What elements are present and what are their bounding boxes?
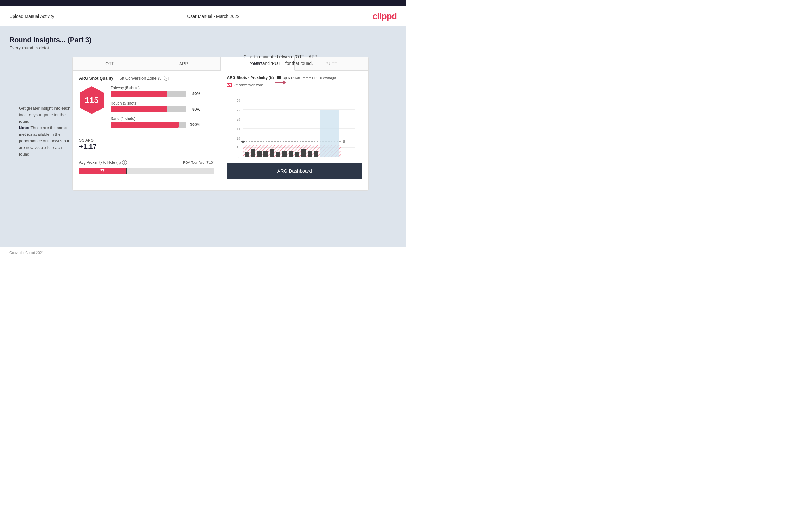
tab-app[interactable]: APP bbox=[147, 57, 221, 70]
sg-value: +1.17 bbox=[79, 143, 214, 151]
panel-subtitle: 6ft Conversion Zone % bbox=[120, 76, 161, 80]
shot-row-rough: Rough (5 shots) 80% bbox=[111, 101, 214, 113]
svg-rect-30 bbox=[289, 152, 293, 157]
panel-title: ARG Shot Quality bbox=[79, 76, 113, 80]
bar-fill-fairway bbox=[111, 91, 167, 97]
proximity-bar-outer: 77' bbox=[79, 168, 214, 174]
proximity-pga: ↑ PGA Tour Avg: 7'10" bbox=[180, 161, 214, 164]
clippd-logo: clippd bbox=[373, 11, 397, 21]
bar-fill-rough bbox=[111, 106, 167, 112]
shot-label-sand: Sand (1 shots) bbox=[111, 116, 214, 121]
proximity-bar-text: 77' bbox=[100, 169, 105, 173]
copyright-text: Copyright Clippd 2021 bbox=[9, 251, 44, 255]
shot-label-fairway: Fairway (5 shots) bbox=[111, 86, 214, 90]
bar-rough bbox=[111, 106, 186, 112]
svg-text:25: 25 bbox=[237, 108, 241, 112]
user-manual-label: User Manual - March 2022 bbox=[187, 14, 240, 19]
description-text-1: Get greater insight into each facet of y… bbox=[19, 106, 70, 124]
header: Upload Manual Activity User Manual - Mar… bbox=[0, 6, 406, 26]
svg-rect-26 bbox=[263, 152, 268, 157]
description-note: Note: bbox=[19, 125, 29, 130]
svg-rect-35 bbox=[320, 110, 339, 157]
bar-label-fairway: 80% bbox=[192, 91, 200, 97]
hex-value: 115 bbox=[85, 96, 98, 105]
description-area: Get greater insight into each facet of y… bbox=[19, 105, 72, 158]
proximity-help-icon[interactable]: ? bbox=[122, 160, 127, 165]
sg-section: SG ARG +1.17 bbox=[79, 138, 214, 151]
upload-manual-label: Upload Manual Activity bbox=[9, 14, 54, 19]
svg-rect-29 bbox=[282, 151, 287, 157]
svg-text:15: 15 bbox=[237, 127, 241, 131]
arrow-icon bbox=[272, 67, 291, 89]
svg-marker-2 bbox=[283, 80, 286, 85]
proximity-title-text: Avg Proximity to Hole (ft) bbox=[79, 160, 121, 165]
footer: Copyright Clippd 2021 bbox=[0, 247, 406, 258]
shot-categories: Fairway (5 shots) 80% bbox=[111, 86, 214, 132]
shot-row-fairway: Fairway (5 shots) 80% bbox=[111, 86, 214, 98]
tabs-container: OTT APP ARG PUTT bbox=[73, 57, 368, 70]
annotation-text: Click to navigate between 'OTT', 'APP','… bbox=[243, 54, 319, 67]
proximity-bar-fill: 77' bbox=[79, 168, 126, 174]
svg-rect-24 bbox=[251, 149, 255, 157]
svg-rect-23 bbox=[245, 153, 249, 157]
hex-container: 115 Fairway (5 shots) bbox=[79, 86, 214, 132]
svg-text:5: 5 bbox=[237, 146, 239, 150]
svg-text:10: 10 bbox=[237, 137, 241, 140]
chart-area: 0 5 10 15 20 25 30 bbox=[237, 91, 362, 160]
legend-hatched-box bbox=[227, 83, 232, 87]
svg-marker-19 bbox=[241, 140, 245, 143]
section-title: Round Insights... (Part 3) bbox=[9, 36, 397, 44]
section-subtitle: Every round in detail bbox=[9, 45, 397, 50]
hex-badge: 115 bbox=[79, 86, 104, 115]
shot-row-sand: Sand (1 shots) 100% bbox=[111, 116, 214, 129]
bar-label-rough: 80% bbox=[192, 106, 200, 112]
left-panel: ARG Shot Quality 6ft Conversion Zone % ?… bbox=[73, 70, 221, 190]
sg-label: SG ARG bbox=[79, 138, 214, 143]
main-content: Round Insights... (Part 3) Every round i… bbox=[0, 26, 406, 247]
svg-text:20: 20 bbox=[237, 118, 241, 121]
bar-fairway bbox=[111, 91, 186, 97]
content-area: ARG Shot Quality 6ft Conversion Zone % ?… bbox=[73, 70, 368, 190]
arg-chart: 0 5 10 15 20 25 30 bbox=[237, 91, 356, 160]
help-icon[interactable]: ? bbox=[164, 75, 169, 80]
svg-rect-27 bbox=[270, 149, 274, 157]
svg-rect-32 bbox=[301, 149, 306, 157]
dashboard-card: OTT APP ARG PUTT ARG Shot Quality 6ft Co… bbox=[72, 57, 369, 190]
svg-rect-28 bbox=[276, 153, 281, 157]
bar-remainder-rough bbox=[167, 106, 186, 112]
bar-sand bbox=[111, 122, 186, 127]
svg-rect-34 bbox=[314, 152, 318, 157]
proximity-title: Avg Proximity to Hole (ft) ? bbox=[79, 160, 127, 165]
svg-rect-25 bbox=[257, 151, 261, 157]
svg-text:0: 0 bbox=[237, 156, 239, 159]
svg-rect-33 bbox=[308, 151, 312, 157]
tab-ott[interactable]: OTT bbox=[73, 57, 147, 70]
svg-text:30: 30 bbox=[237, 99, 241, 102]
top-bar bbox=[0, 0, 406, 6]
proximity-header: Avg Proximity to Hole (ft) ? ↑ PGA Tour … bbox=[79, 160, 214, 165]
svg-text:8: 8 bbox=[343, 140, 345, 144]
bar-remainder-sand bbox=[179, 122, 186, 127]
bar-fill-sand bbox=[111, 122, 179, 127]
proximity-cursor bbox=[126, 168, 127, 174]
arg-dashboard-button[interactable]: ARG Dashboard bbox=[227, 163, 362, 178]
panel-header: ARG Shot Quality 6ft Conversion Zone % ? bbox=[79, 75, 214, 80]
svg-rect-31 bbox=[295, 153, 299, 157]
bar-remainder-fairway bbox=[167, 91, 186, 97]
shot-label-rough: Rough (5 shots) bbox=[111, 101, 214, 106]
bar-label-sand: 100% bbox=[190, 122, 200, 127]
proximity-section: Avg Proximity to Hole (ft) ? ↑ PGA Tour … bbox=[79, 156, 214, 174]
